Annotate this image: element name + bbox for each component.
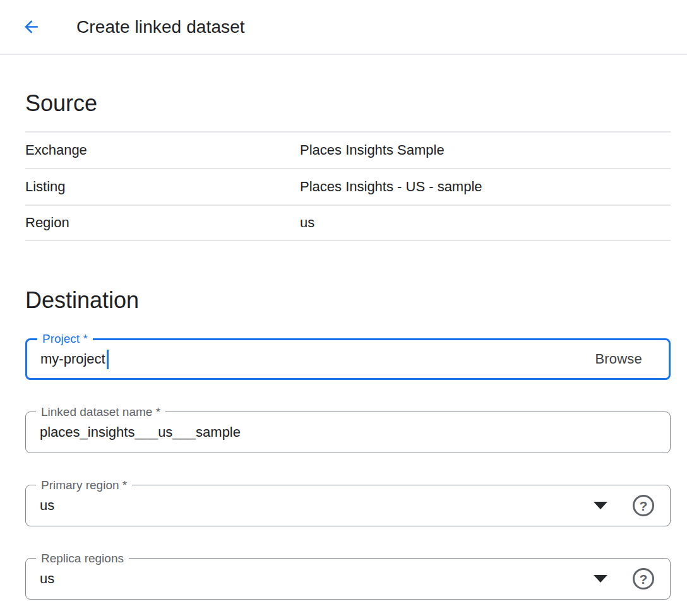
primary-region-value: us xyxy=(40,497,54,514)
arrow-back-icon xyxy=(21,17,41,37)
row-label: Region xyxy=(25,215,300,231)
source-table: Exchange Places Insights Sample Listing … xyxy=(25,131,671,241)
project-input-value[interactable]: my-project xyxy=(40,351,105,367)
row-value: us xyxy=(300,215,314,231)
replica-regions-select[interactable]: Replica regions us ? xyxy=(25,558,671,600)
row-value: Places Insights - US - sample xyxy=(300,179,482,195)
browse-button[interactable]: Browse xyxy=(595,351,642,367)
help-icon[interactable]: ? xyxy=(633,495,654,516)
table-row-listing: Listing Places Insights - US - sample xyxy=(25,168,671,204)
row-value: Places Insights Sample xyxy=(300,142,445,158)
dropdown-arrow-icon[interactable] xyxy=(594,575,607,583)
row-label: Listing xyxy=(25,179,300,195)
replica-regions-label: Replica regions xyxy=(36,551,129,566)
replica-regions-value: us xyxy=(40,571,54,587)
table-row-region: Region us xyxy=(25,204,671,241)
source-section-heading: Source xyxy=(25,90,671,117)
main-content: Source Exchange Places Insights Sample L… xyxy=(0,90,687,600)
row-label: Exchange xyxy=(25,142,300,158)
page-title: Create linked dataset xyxy=(76,17,245,37)
destination-section-heading: Destination xyxy=(25,287,671,314)
primary-region-label: Primary region * xyxy=(36,478,132,492)
text-cursor xyxy=(107,350,109,369)
linked-dataset-name-field[interactable]: Linked dataset name * places_insights___… xyxy=(25,412,671,453)
linked-dataset-name-label: Linked dataset name * xyxy=(36,405,165,419)
primary-region-select[interactable]: Primary region * us ? xyxy=(25,485,671,526)
project-field[interactable]: Project * my-project Browse xyxy=(25,338,671,380)
help-icon[interactable]: ? xyxy=(633,568,654,589)
page-header: Create linked dataset xyxy=(0,0,687,55)
linked-dataset-name-value[interactable]: places_insights___us___sample xyxy=(40,424,241,441)
back-button[interactable] xyxy=(21,17,41,37)
dropdown-arrow-icon[interactable] xyxy=(594,502,607,509)
table-row-exchange: Exchange Places Insights Sample xyxy=(25,131,671,168)
create-linked-dataset-page: Create linked dataset Source Exchange Pl… xyxy=(0,0,687,600)
project-field-label: Project * xyxy=(37,331,93,346)
